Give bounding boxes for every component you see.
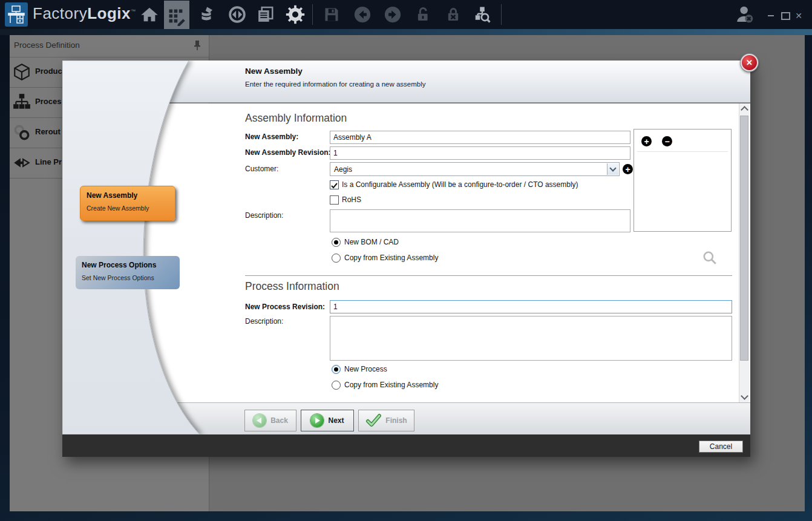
plus-glyph: + — [625, 165, 630, 174]
step-subtitle: Create New Assembly — [87, 205, 149, 212]
minimize-button[interactable] — [765, 10, 777, 21]
configuration-list-box: + − — [634, 129, 732, 232]
product-cube-icon — [12, 62, 31, 84]
pin-icon[interactable] — [193, 40, 201, 53]
wizard-button-bar: Back Next Finish — [62, 402, 750, 434]
next-button-label: Next — [328, 416, 344, 425]
dialog-subtitle: Enter the required information for creat… — [245, 80, 426, 88]
app-window: FactoryLogix™ — [0, 0, 812, 521]
back-arrow-icon — [253, 414, 266, 427]
section-divider — [245, 275, 732, 276]
accent-strip — [0, 29, 812, 35]
copy-process-radio[interactable] — [332, 381, 341, 390]
back-history-icon[interactable] — [350, 1, 375, 28]
cancel-button-label: Cancel — [710, 442, 732, 451]
dialog-footer-bar: Cancel — [62, 434, 750, 457]
add-customer-button[interactable]: + — [623, 164, 633, 174]
lock-deny-icon[interactable] — [440, 1, 466, 28]
publish-icon[interactable] — [194, 1, 219, 28]
step-subtitle: Set New Process Options — [82, 274, 154, 281]
dropdown-button[interactable] — [607, 163, 618, 175]
home-icon[interactable] — [137, 1, 162, 28]
copy-assembly-label: Copy from Existing Assembly — [344, 254, 438, 262]
new-bom-radio[interactable] — [332, 238, 341, 247]
title-bar: FactoryLogix™ — [0, 0, 812, 29]
minus-glyph: − — [664, 137, 669, 146]
configurable-label: Is a Configurable Assembly (Will be a co… — [342, 180, 578, 189]
process-description-label: Description: — [245, 317, 283, 326]
assembly-revision-label: New Assembly Revision: — [245, 148, 331, 157]
cancel-button[interactable]: Cancel — [699, 441, 743, 453]
plus-glyph: + — [644, 137, 649, 146]
step-card-new-assembly[interactable]: New Assembly Create New Assembly — [80, 186, 175, 221]
scroll-up-icon[interactable] — [741, 106, 748, 114]
next-button[interactable]: Next — [301, 410, 354, 431]
panel-title: Process Definition — [14, 41, 80, 50]
remove-item-button[interactable]: − — [662, 136, 672, 146]
process-revision-input[interactable] — [330, 300, 732, 313]
configurable-checkbox[interactable] — [330, 180, 339, 189]
back-button[interactable]: Back — [244, 410, 296, 431]
process-definition-icon[interactable] — [164, 1, 189, 33]
step-title: New Process Options — [82, 261, 156, 269]
assembly-description-input[interactable] — [330, 209, 630, 232]
unlock-icon[interactable] — [410, 1, 436, 28]
copy-process-label: Copy from Existing Assembly — [344, 381, 438, 389]
finish-button-label: Finish — [385, 416, 407, 425]
rohs-label: RoHS — [342, 195, 361, 204]
vertical-scrollbar[interactable] — [739, 103, 749, 402]
brand-text: FactoryLogix™ — [33, 4, 136, 23]
new-assembly-dialog: New Assembly Enter the required informat… — [62, 61, 750, 457]
dialog-header: New Assembly Enter the required informat… — [62, 61, 750, 103]
rohs-checkbox[interactable] — [330, 195, 339, 205]
process-tree-icon — [12, 93, 31, 114]
finish-button[interactable]: Finish — [358, 410, 414, 431]
new-process-radio[interactable] — [332, 365, 341, 374]
new-assembly-label: New Assembly: — [245, 133, 298, 141]
reports-icon[interactable] — [253, 1, 278, 28]
scrollbar-thumb[interactable] — [740, 116, 748, 361]
dialog-content: Assembly Information New Assembly: New A… — [62, 103, 750, 402]
back-button-label: Back — [270, 416, 288, 425]
customer-label: Customer: — [245, 165, 278, 173]
customer-value: Aegis — [334, 165, 352, 174]
add-item-button[interactable]: + — [641, 136, 652, 146]
step-title: New Assembly — [87, 191, 137, 200]
sidebar-item-label: Line Pr — [35, 157, 62, 166]
sidebar-item-label: Proces — [35, 97, 61, 106]
chevron-down-icon — [609, 165, 616, 171]
process-section-header: Process Information — [245, 280, 339, 293]
assembly-revision-input[interactable] — [330, 146, 630, 160]
panel-header: Process Definition — [10, 35, 209, 57]
reroute-links-icon — [12, 123, 31, 145]
process-revision-label: New Process Revision: — [245, 303, 325, 311]
user-status-icon[interactable] — [733, 1, 756, 28]
search-icon[interactable] — [702, 250, 718, 268]
step-card-new-process-options[interactable]: New Process Options Set New Process Opti… — [76, 256, 180, 289]
toolbar-separator — [312, 4, 313, 25]
save-icon[interactable] — [319, 1, 344, 28]
finish-check-icon — [365, 413, 381, 428]
copy-assembly-radio[interactable] — [332, 254, 341, 263]
assembly-description-label: Description: — [245, 211, 283, 220]
sidebar-item-label: Rerout — [35, 127, 61, 136]
dialog-close-button[interactable]: ✕ — [741, 54, 758, 71]
assembly-search-icon[interactable] — [470, 1, 495, 28]
close-x-glyph: ✕ — [746, 59, 753, 67]
new-process-label: New Process — [344, 365, 387, 373]
process-description-input[interactable] — [330, 316, 732, 361]
maximize-button[interactable] — [779, 10, 791, 21]
new-bom-label: New BOM / CAD — [344, 238, 399, 246]
assembly-section-header: Assembly Information — [245, 112, 347, 125]
forward-history-icon[interactable] — [380, 1, 405, 28]
customer-dropdown[interactable]: Aegis — [330, 162, 620, 176]
close-window-button[interactable]: ✕ — [793, 10, 805, 21]
transfer-icon[interactable] — [224, 1, 250, 28]
sidebar-item-label: Produc — [35, 67, 62, 76]
settings-gear-icon[interactable] — [283, 1, 308, 28]
check-icon — [330, 182, 338, 189]
next-arrow-icon — [310, 414, 324, 427]
scroll-down-icon[interactable] — [741, 392, 748, 400]
desk-logo-icon — [7, 5, 25, 24]
new-assembly-input[interactable] — [330, 131, 630, 144]
